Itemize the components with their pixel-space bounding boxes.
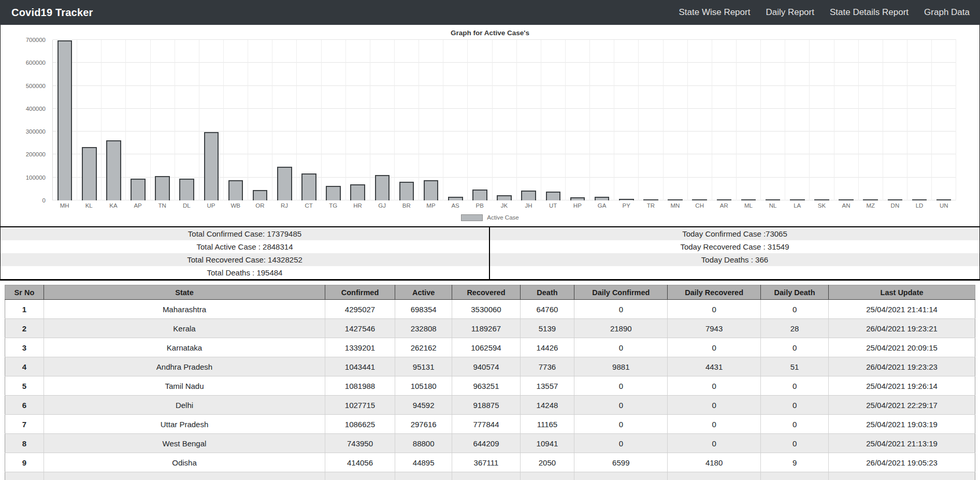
active-case-bar-mz[interactable]: [863, 199, 878, 200]
cell-last-update: 25/04/2021 19:03:19: [829, 415, 975, 434]
bar-column-ml: [737, 40, 761, 200]
summary-row: Total Confirmed Case: 17379485: [1, 227, 489, 240]
cell-daily-death: 0: [761, 396, 829, 415]
bar-column-wb: [224, 40, 248, 200]
cell-last-update: 25/04/2021 21:41:14: [829, 300, 975, 319]
active-case-bar-hp[interactable]: [570, 197, 585, 200]
cell-sr-no: 5: [5, 376, 44, 396]
active-case-bar-kl[interactable]: [82, 147, 97, 200]
x-tick-label: HR: [345, 202, 370, 209]
cell-daily-death: 0: [761, 415, 829, 434]
active-case-bar-ar[interactable]: [717, 199, 732, 200]
active-case-bar-as[interactable]: [448, 197, 463, 200]
active-case-bar-jh[interactable]: [521, 191, 536, 200]
cell-sr-no: 7: [5, 415, 44, 434]
active-case-bar-mp[interactable]: [424, 180, 439, 200]
cell-daily-recovered: [668, 472, 761, 480]
active-case-bar-sk[interactable]: [814, 199, 829, 200]
table-body: 1Maharashtra4295027698354353006064760000…: [5, 300, 975, 480]
active-case-bar-jk[interactable]: [497, 195, 512, 200]
app-title: Covid19 Tracker: [11, 7, 93, 19]
summary-section: Total Confirmed Case: 17379485Total Acti…: [1, 226, 979, 280]
cell-daily-confirmed: 0: [574, 338, 668, 357]
active-case-bar-rj[interactable]: [277, 167, 292, 200]
x-tick-label: CH: [687, 202, 712, 209]
x-tick-label: NL: [761, 202, 785, 209]
table-row: 3Karnataka133920126216210625941442600025…: [5, 338, 975, 357]
cell-state: West Bengal: [44, 434, 325, 453]
cell-state: [44, 472, 325, 480]
active-case-bar-gj[interactable]: [375, 175, 390, 200]
cell-active: [395, 472, 452, 480]
chart-bars: [53, 40, 956, 200]
summary-row: [490, 266, 979, 279]
x-tick-label: TN: [150, 202, 175, 209]
active-case-bar-ct[interactable]: [301, 173, 316, 200]
cell-death: 14426: [520, 338, 574, 357]
bar-column-ct: [297, 40, 321, 200]
cell-last-update: 25/04/2021 22:29:17: [829, 396, 975, 415]
active-case-bar-mh[interactable]: [57, 40, 73, 200]
x-tick-label: MP: [419, 202, 443, 209]
cell-confirmed: 414056: [325, 453, 395, 472]
bar-column-ka: [102, 40, 126, 200]
active-case-bar-ga[interactable]: [595, 197, 610, 200]
cell-daily-death: 0: [761, 300, 829, 319]
cell-recovered: 777844: [452, 415, 520, 434]
bar-column-rj: [272, 40, 297, 200]
nav-link-state-wise-report[interactable]: State Wise Report: [679, 7, 750, 18]
active-case-bar-dn[interactable]: [888, 199, 903, 200]
active-case-bar-wb[interactable]: [228, 180, 243, 200]
nav-link-state-details-report[interactable]: State Details Report: [830, 7, 909, 18]
active-case-bar-tr[interactable]: [643, 199, 658, 200]
nav-links: State Wise ReportDaily ReportState Detai…: [679, 7, 970, 18]
active-case-bar-or[interactable]: [253, 190, 268, 200]
x-tick-label: LA: [785, 202, 810, 209]
active-case-bar-an[interactable]: [839, 199, 854, 200]
bar-column-ch: [688, 40, 712, 200]
cell-active: 95131: [395, 357, 452, 376]
nav-link-daily-report[interactable]: Daily Report: [766, 7, 814, 18]
summary-row: Total Recovered Case: 14328252: [1, 253, 489, 266]
active-case-bar-tg[interactable]: [326, 186, 341, 200]
active-case-bar-tn[interactable]: [155, 176, 170, 200]
cell-daily-death: 28: [761, 319, 829, 338]
active-case-bar-mn[interactable]: [668, 199, 683, 200]
active-case-bar-ut[interactable]: [546, 192, 561, 200]
active-case-bar-hr[interactable]: [350, 184, 365, 200]
active-case-bar-un[interactable]: [936, 199, 952, 200]
cell-daily-confirmed: 0: [574, 415, 668, 434]
table-row: 8West Bengal743950888006442091094100025/…: [5, 434, 975, 453]
active-case-bar-ml[interactable]: [741, 199, 756, 200]
bar-column-ar: [712, 40, 737, 200]
cell-daily-recovered: 0: [668, 376, 761, 396]
x-tick-label: OR: [248, 202, 272, 209]
table-row: [5, 472, 975, 480]
active-case-bar-ch[interactable]: [692, 199, 707, 200]
active-case-bar-ld[interactable]: [912, 199, 927, 200]
cell-death: 14248: [520, 396, 574, 415]
active-case-bar-ka[interactable]: [106, 140, 121, 200]
x-tick-label: BR: [394, 202, 419, 209]
bar-column-jh: [517, 40, 541, 200]
bar-column-dl: [175, 40, 199, 200]
x-tick-label: GA: [589, 202, 614, 209]
active-case-bar-py[interactable]: [619, 199, 634, 200]
active-case-bar-br[interactable]: [399, 182, 414, 200]
bar-column-gj: [370, 40, 395, 200]
bar-column-la: [785, 40, 810, 200]
bar-column-py: [614, 40, 639, 200]
active-case-bar-dl[interactable]: [179, 179, 194, 200]
header-cell-confirmed: Confirmed: [325, 285, 395, 300]
bar-column-mh: [53, 40, 77, 200]
active-case-bar-pb[interactable]: [472, 190, 487, 200]
nav-link-graph-data[interactable]: Graph Data: [924, 7, 970, 18]
x-tick-label: UT: [541, 202, 565, 209]
header-cell-recovered: Recovered: [452, 285, 520, 300]
bar-column-as: [443, 40, 468, 200]
active-case-bar-ap[interactable]: [131, 179, 146, 200]
active-case-bar-up[interactable]: [204, 132, 219, 200]
active-case-bar-la[interactable]: [790, 199, 805, 200]
bar-column-or: [248, 40, 272, 200]
active-case-bar-nl[interactable]: [766, 199, 781, 200]
